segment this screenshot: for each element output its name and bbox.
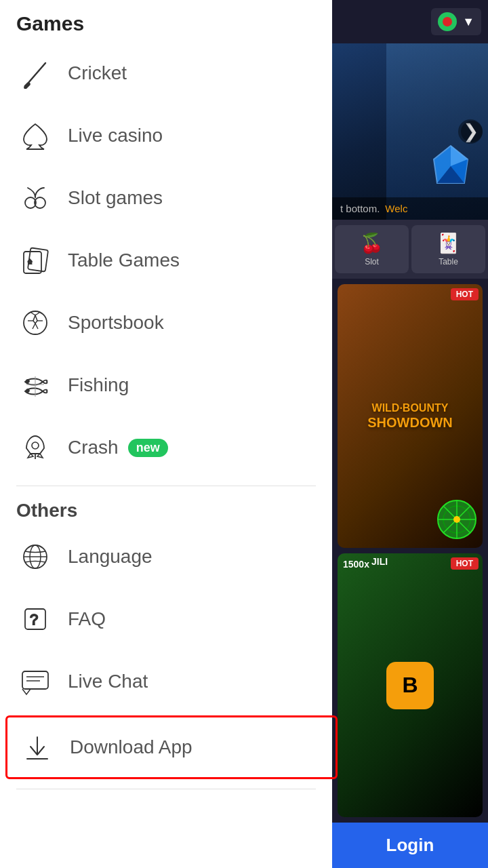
section-divider [16,486,316,486]
soccer-icon [16,304,54,342]
sidebar-item-live-chat[interactable]: Live Chat [0,650,332,713]
svg-point-41 [453,516,460,523]
crash-label: Crash [68,437,119,458]
game-card-wild-bounty[interactable]: WILD·BOUNTYSHOWDOWN [338,284,483,548]
svg-line-10 [31,313,35,315]
others-section-title: Others [0,493,332,526]
live-casino-label: Live casino [68,125,163,146]
games-section-title: Games [0,0,332,42]
question-icon: ? [16,600,54,638]
faq-label: FAQ [68,608,106,630]
svg-point-17 [26,389,29,392]
banner-text: t bottom. Welc [332,197,488,220]
sidebar-item-download-app[interactable]: Download App [5,715,338,779]
bangladesh-flag [438,12,457,31]
game-cards: WILD·BOUNTYSHOWDOWN [332,279,488,823]
cricket-icon [16,54,54,92]
table-cat-label: Table [439,257,458,267]
language-label: Language [68,546,152,568]
slot-cat-icon: 🍒 [360,232,384,254]
top-bar: ▼ [332,0,488,43]
banner-text-yellow: Welc [385,203,407,214]
chevron-down-icon: ▼ [462,15,474,29]
banner-next-button[interactable]: ❯ [461,121,483,142]
hero-banner: t bottom. Welc ❯ [332,43,488,220]
language-flag-button[interactable]: ▼ [431,8,481,35]
svg-marker-9 [33,315,37,323]
login-button[interactable]: Login [332,823,488,868]
cards-icon: ♠ [16,241,54,279]
wild-bounty-hot-badge: HOT [451,288,479,300]
sidebar-item-crash[interactable]: Crash new [0,416,332,479]
banner-text-dark: t bottom. [340,203,380,214]
svg-rect-27 [22,671,48,689]
sidebar-item-faq[interactable]: ? FAQ [0,588,332,650]
jili-multiplier: 1500x [343,559,369,570]
download-app-label: Download App [70,736,192,758]
right-panel: ▼ t bottom. Welc ❯ [332,0,488,868]
sidebar-item-table-games[interactable]: ♠ Table Games [0,229,332,292]
globe-icon [16,538,54,576]
sidebar-item-live-casino[interactable]: Live casino [0,104,332,167]
jili-brand: JILI [371,556,388,567]
svg-line-0 [28,63,45,83]
spade-icon [16,117,54,155]
svg-point-16 [26,380,29,382]
slot-cat-label: Slot [365,257,379,267]
sidebar: Games Cricket Live casino [0,0,332,868]
jili-hot-badge: HOT [451,557,479,570]
sidebar-item-sportsbook[interactable]: Sportsbook [0,292,332,354]
svg-line-11 [35,313,39,315]
svg-point-20 [32,442,39,449]
svg-line-15 [35,323,38,329]
table-cat-icon: 🃏 [436,232,460,254]
category-table[interactable]: 🃏 Table [411,225,485,273]
game-card-jili[interactable]: B 1500x JILI HOT [338,553,483,817]
cricket-label: Cricket [68,62,127,84]
crash-new-badge: new [128,439,168,457]
svg-text:?: ? [30,611,38,628]
bottom-divider [16,789,316,789]
fish-icon [16,366,54,404]
category-slot[interactable]: 🍒 Slot [335,225,409,273]
sidebar-item-fishing[interactable]: Fishing [0,354,332,416]
live-chat-label: Live Chat [68,671,148,692]
cherry-icon [16,179,54,217]
fishing-label: Fishing [68,374,129,396]
download-icon [18,728,56,766]
jili-logo: B [386,662,434,709]
rocket-icon [16,429,54,467]
category-row: 🍒 Slot 🃏 Table [332,220,488,279]
svg-line-14 [33,323,35,329]
sidebar-item-slot-games[interactable]: Slot games [0,167,332,229]
sidebar-item-cricket[interactable]: Cricket [0,42,332,104]
chat-icon [16,663,54,701]
sidebar-item-language[interactable]: Language [0,526,332,588]
slot-games-label: Slot games [68,187,163,209]
svg-text:♠: ♠ [28,256,33,266]
sportsbook-label: Sportsbook [68,312,164,334]
table-games-label: Table Games [68,250,180,271]
svg-rect-2 [24,83,30,89]
